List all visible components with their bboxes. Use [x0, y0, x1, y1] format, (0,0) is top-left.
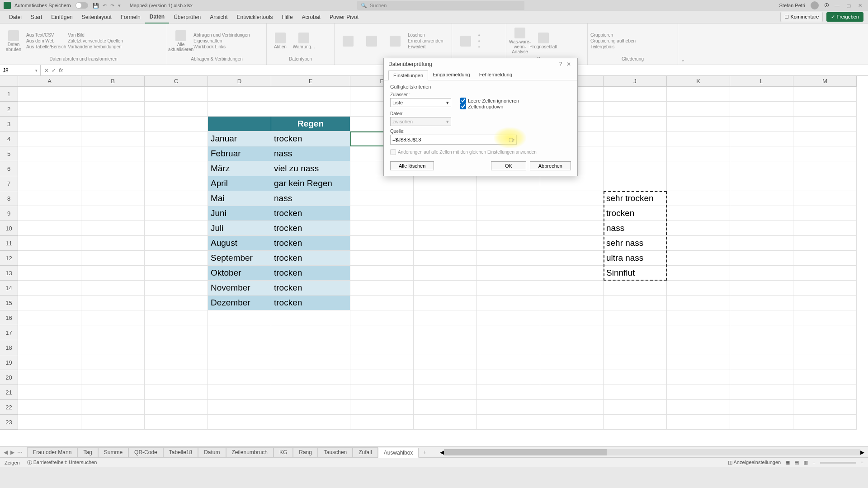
col-header-L[interactable]: L	[730, 76, 793, 87]
cell[interactable]	[145, 310, 208, 325]
col-header-J[interactable]: J	[604, 76, 667, 87]
cell[interactable]	[81, 251, 145, 266]
cell[interactable]	[667, 266, 730, 281]
cell[interactable]	[730, 161, 793, 176]
cell[interactable]	[730, 236, 793, 251]
cell[interactable]	[414, 191, 477, 206]
cell[interactable]	[667, 117, 730, 131]
display-settings[interactable]: ◫ Anzeigeeinstellungen	[728, 460, 781, 465]
cell[interactable]	[793, 340, 857, 355]
cell[interactable]	[81, 221, 145, 236]
add-sheet-button[interactable]: +	[419, 449, 431, 455]
cell[interactable]	[414, 266, 477, 281]
clear-filter[interactable]: Löschen	[408, 33, 443, 38]
cell[interactable]: trocken	[271, 296, 350, 310]
autosave-toggle[interactable]	[75, 2, 88, 9]
cell[interactable]: Juli	[208, 221, 271, 236]
filter-button[interactable]	[384, 25, 406, 56]
subtotal-button[interactable]: Teilergebnis	[590, 44, 636, 49]
row-header-1[interactable]: 1	[0, 87, 18, 102]
cell[interactable]	[145, 370, 208, 385]
zoom-out-icon[interactable]: −	[812, 460, 815, 465]
cell[interactable]	[604, 131, 667, 146]
cell[interactable]	[477, 370, 540, 385]
cell[interactable]	[667, 176, 730, 191]
cell[interactable]	[350, 191, 414, 206]
cell[interactable]	[793, 221, 857, 236]
dialog-tab-input-message[interactable]: Eingabemeldung	[428, 70, 475, 80]
cell[interactable]	[414, 236, 477, 251]
refresh-all-button[interactable]: Alle aktualisieren	[170, 25, 192, 56]
cell[interactable]	[414, 385, 477, 400]
cell[interactable]	[145, 415, 208, 430]
cell[interactable]	[81, 281, 145, 296]
sheet-tab[interactable]: KG	[274, 447, 293, 457]
cell[interactable]	[540, 206, 604, 221]
cell[interactable]	[81, 102, 145, 117]
accessibility-status[interactable]: ⓘ Barrierefreiheit: Untersuchen	[27, 459, 97, 466]
cell[interactable]	[667, 206, 730, 221]
cell[interactable]: trocken	[271, 206, 350, 221]
cell[interactable]	[81, 370, 145, 385]
source-input[interactable]	[390, 135, 517, 145]
allow-select[interactable]: Liste▾	[390, 98, 451, 107]
sheet-prev-icon[interactable]: ◀	[4, 449, 8, 455]
cell[interactable]	[540, 310, 604, 325]
cell[interactable]	[604, 146, 667, 161]
cell[interactable]	[477, 310, 540, 325]
cell[interactable]	[18, 161, 81, 176]
cell[interactable]	[18, 296, 81, 310]
cell[interactable]	[540, 266, 604, 281]
cell[interactable]	[145, 340, 208, 355]
cell[interactable]	[540, 355, 604, 370]
ignore-blank-checkbox[interactable]: Leere Zellen ignorieren	[460, 98, 519, 103]
cell[interactable]	[477, 251, 540, 266]
cell[interactable]	[350, 236, 414, 251]
cell[interactable]	[477, 340, 540, 355]
from-web[interactable]: Aus dem Web	[26, 38, 66, 43]
cell[interactable]	[414, 176, 477, 191]
cell[interactable]	[604, 400, 667, 415]
cell[interactable]	[540, 296, 604, 310]
cell[interactable]	[350, 370, 414, 385]
cell[interactable]	[477, 206, 540, 221]
search-input[interactable]: 🔍 Suchen	[357, 1, 524, 10]
cell[interactable]: April	[208, 176, 271, 191]
cell[interactable]	[730, 206, 793, 221]
forecast-button[interactable]: Prognoseblatt	[533, 25, 554, 56]
cell[interactable]: Oktober	[208, 266, 271, 281]
cell[interactable]	[604, 176, 667, 191]
ok-button[interactable]: OK	[491, 161, 526, 170]
cell[interactable]	[145, 191, 208, 206]
collapse-ribbon-icon[interactable]: ⌄	[678, 57, 687, 65]
cell[interactable]	[730, 385, 793, 400]
cell[interactable]	[477, 355, 540, 370]
cell[interactable]	[145, 221, 208, 236]
cell[interactable]	[18, 355, 81, 370]
cell[interactable]	[414, 310, 477, 325]
cell[interactable]	[540, 325, 604, 340]
cell[interactable]	[145, 161, 208, 176]
comments-button[interactable]: ☐ Kommentare	[780, 12, 823, 22]
row-header-10[interactable]: 10	[0, 221, 18, 236]
cell[interactable]	[540, 385, 604, 400]
cell[interactable]: trocken	[271, 131, 350, 146]
cell[interactable]	[145, 146, 208, 161]
accept-formula-icon[interactable]: ✓	[52, 67, 56, 74]
cell[interactable]	[667, 400, 730, 415]
cell[interactable]	[414, 221, 477, 236]
cell[interactable]	[414, 355, 477, 370]
cell[interactable]	[271, 355, 350, 370]
help-button[interactable]: ?	[557, 61, 565, 67]
cell[interactable]: Februar	[208, 146, 271, 161]
cell[interactable]	[81, 236, 145, 251]
cell[interactable]: ultra nass	[604, 251, 667, 266]
cell[interactable]	[477, 191, 540, 206]
cell[interactable]	[145, 266, 208, 281]
cell[interactable]	[793, 251, 857, 266]
cell[interactable]	[667, 161, 730, 176]
cell[interactable]	[18, 281, 81, 296]
queries-connections[interactable]: Abfragen und Verbindungen	[193, 33, 250, 38]
cell[interactable]	[414, 340, 477, 355]
tab-einfuegen[interactable]: Einfügen	[47, 11, 77, 23]
